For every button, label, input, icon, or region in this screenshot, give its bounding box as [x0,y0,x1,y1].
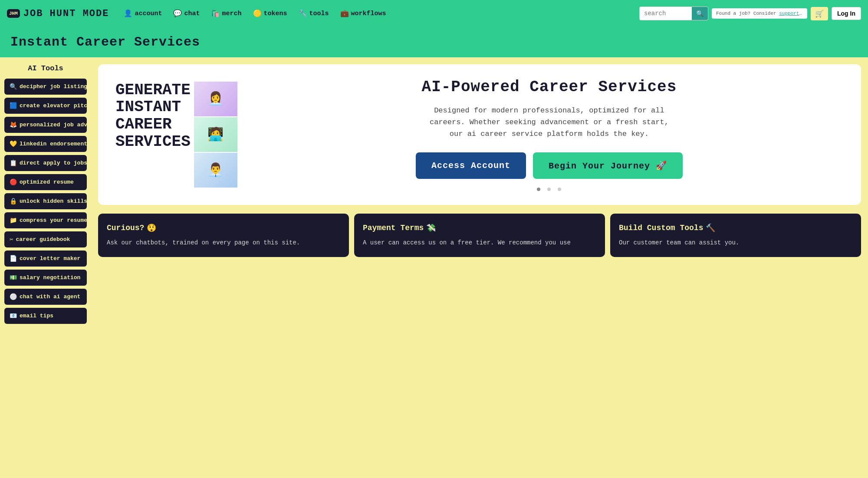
info-card-emoji-2: 🔨 [706,223,715,233]
info-card-title-2: Build Custom Tools 🔨 [619,223,852,233]
sidebar-items: 🔍decipher job listings🟦create elevator p… [4,79,87,324]
main-layout: AI Tools 🔍decipher job listings🟦create e… [0,57,868,478]
nav-link-label-workflows: workflows [351,10,386,17]
illustration-3: 👨‍💼 [194,153,237,188]
info-card-emoji-1: 💸 [426,223,436,233]
sidebar-label-salary-negotiation: salary negotiation [20,274,80,281]
search-input[interactable] [640,7,692,20]
hero-buttons: Access Account Begin Your Journey 🚀 [255,152,844,179]
banner: Instant Career Services [0,27,868,57]
sidebar-item-cover-letter-maker[interactable]: 📄cover letter maker [4,251,87,267]
illustration-2: 🧑‍💻 [194,117,237,152]
nav-link-tokens[interactable]: 🟡tokens [249,7,292,20]
cover-letter-maker-icon: 📄 [10,255,17,262]
sidebar-item-linkedin-endorsements[interactable]: 💛linkedin endorsements [4,136,87,152]
sidebar-item-optimized-resume[interactable]: 🔴optimized resume [4,174,87,190]
search-container: 🔍 [639,7,708,20]
content-area: GENERATE INSTANT CAREER SERVICES 👩‍💼 🧑‍💻… [91,57,868,478]
dot-2[interactable] [547,188,551,191]
info-card-title-0: Curious? 😲 [107,223,340,233]
sidebar-label-cover-letter-maker: cover letter maker [20,255,80,262]
info-card-1: Payment Terms 💸 A user can access us on … [354,214,605,257]
sidebar-label-linkedin-endorsements: linkedin endorsements [20,141,87,147]
sidebar-label-email-tips: email tips [20,313,53,319]
sidebar-label-personalized-job-advice: personalized job advice [20,122,87,128]
info-card-label-2: Build Custom Tools [619,224,703,232]
nav-link-tools[interactable]: 🔧tools [294,7,333,20]
linkedin-endorsements-icon: 💛 [10,140,17,148]
sidebar-item-personalized-job-advice[interactable]: 🦊personalized job advice [4,117,87,133]
chat-icon: 💬 [173,9,182,18]
sidebar-item-decipher-job-listings[interactable]: 🔍decipher job listings [4,79,87,95]
info-card-emoji-0: 😲 [147,223,156,233]
unlock-hidden-skills-icon: 🔒 [10,198,17,205]
nav-link-label-chat: chat [184,10,200,17]
optimized-resume-icon: 🔴 [10,178,17,186]
dot-1[interactable] [537,188,540,191]
info-card-0: Curious? 😲 Ask our chatbots, trained on … [98,214,349,257]
hero-description: Designed for modern professionals, optim… [427,105,671,140]
chat-with-ai-agent-icon: ⚪ [10,293,17,300]
hero-illustrations: 👩‍💼 🧑‍💻 👨‍💼 [194,82,237,188]
begin-journey-button[interactable]: Begin Your Journey 🚀 [533,152,683,179]
nav-link-merch[interactable]: 🛍️merch [207,7,246,20]
sidebar-item-direct-apply-to-jobs[interactable]: 📋direct apply to jobs [4,155,87,171]
nav-link-label-tools: tools [309,10,329,17]
career-guidebook-icon: ✂️ [10,236,13,243]
login-button[interactable]: Log In [832,7,861,20]
hero-content: AI-Powered Career Services Designed for … [255,78,844,191]
sidebar-label-career-guidebook: career guidebook [16,236,70,243]
email-tips-icon: 📧 [10,312,17,320]
nav-link-label-account: account [135,10,162,17]
workflows-icon: 💼 [340,9,349,18]
compress-your-resume-icon: 📁 [10,217,17,224]
nav-link-workflows[interactable]: 💼workflows [336,7,391,20]
info-card-2: Build Custom Tools 🔨 Our customer team c… [610,214,861,257]
nav-links: 👤account💬chat🛍️merch🟡tokens🔧tools💼workfl… [119,7,639,20]
tokens-icon: 🟡 [253,9,262,18]
hero-instant: INSTANT [115,99,191,116]
sidebar-item-career-guidebook[interactable]: ✂️career guidebook [4,231,87,247]
merch-icon: 🛍️ [211,9,220,18]
info-card-body-0: Ask our chatbots, trained on every page … [107,238,340,247]
sidebar-item-compress-your-resume[interactable]: 📁compress your resume [4,212,87,228]
nav-link-account[interactable]: 👤account [119,7,166,20]
info-card-label-1: Payment Terms [363,224,424,232]
sidebar-label-chat-with-ai-agent: chat with ai agent [20,293,80,300]
sidebar-item-unlock-hidden-skills[interactable]: 🔒unlock hidden skills [4,193,87,209]
supporting-link[interactable]: supporting the site [779,11,807,16]
sidebar-item-chat-with-ai-agent[interactable]: ⚪chat with ai agent [4,289,87,305]
cart-button[interactable]: 🛒 [811,7,828,20]
nav-link-label-tokens: tokens [264,10,287,17]
account-icon: 👤 [124,9,132,18]
direct-apply-to-jobs-icon: 📋 [10,159,17,167]
create-elevator-pitch-icon: 🟦 [10,102,17,109]
hero-services: SERVICES [115,133,191,151]
access-account-button[interactable]: Access Account [416,152,526,179]
logo-text: JOB HUNT MODE [23,8,109,19]
nav-link-label-merch: merch [222,10,241,17]
carousel-dots [255,188,844,191]
search-button[interactable]: 🔍 [692,7,708,20]
info-card-body-1: A user can access us on a free tier. We … [363,238,596,247]
sidebar-label-decipher-job-listings: decipher job listings [20,83,87,90]
hero-main-title: AI-Powered Career Services [255,78,844,96]
sidebar-item-create-elevator-pitch[interactable]: 🟦create elevator pitch [4,98,87,114]
dot-3[interactable] [558,188,561,191]
logo[interactable]: JHM JOB HUNT MODE [7,8,109,19]
logo-badge: JHM [7,9,20,18]
nav-link-chat[interactable]: 💬chat [169,7,204,20]
salary-negotiation-icon: 💵 [10,274,17,281]
nav-right: 🔍 Found a job? Consider supporting the s… [639,7,861,20]
sidebar-item-salary-negotiation[interactable]: 💵salary negotiation [4,270,87,286]
info-card-label-0: Curious? [107,224,144,232]
personalized-job-advice-icon: 🦊 [10,121,17,129]
hero-card: GENERATE INSTANT CAREER SERVICES 👩‍💼 🧑‍💻… [98,64,861,205]
banner-title: Instant Career Services [10,35,200,49]
decipher-job-listings-icon: 🔍 [10,83,17,90]
sidebar-item-email-tips[interactable]: 📧email tips [4,308,87,324]
illustration-1: 👩‍💼 [194,82,237,116]
hero-career: CAREER [115,116,191,133]
sidebar-label-optimized-resume: optimized resume [20,179,74,185]
hero-generate: GENERATE [115,82,191,99]
